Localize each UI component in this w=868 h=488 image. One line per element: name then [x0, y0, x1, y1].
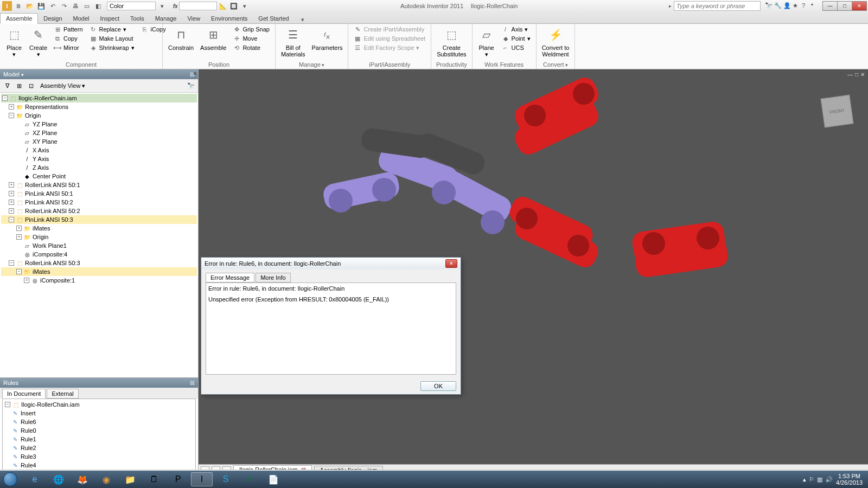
group-manage-title[interactable]: Manage: [279, 60, 344, 69]
tree-node-origin[interactable]: −📁Origin: [1, 111, 197, 120]
move-button[interactable]: ✛Move: [231, 34, 272, 43]
rule-0[interactable]: ✎Rule0: [4, 426, 194, 435]
tree-node-yaxis[interactable]: ·/Y Axis: [1, 155, 197, 163]
key-icon[interactable]: 🔧: [774, 2, 782, 10]
tree-node-workplane1[interactable]: ·▱Work Plane1: [1, 241, 197, 250]
tree-node-xaxis[interactable]: ·/X Axis: [1, 146, 197, 155]
dialog-body[interactable]: Error in rule: Rule6, in document: Ilogi…: [206, 282, 456, 375]
tree-node-pl3[interactable]: −⬚PinLink ANSI 50:3: [1, 215, 197, 224]
new-icon[interactable]: 🗎: [14, 1, 23, 11]
tree-node-imates[interactable]: +📁iMates: [1, 224, 197, 233]
copy-button[interactable]: ⧉Copy: [52, 34, 85, 43]
open-icon[interactable]: 📂: [25, 1, 35, 11]
select-icon[interactable]: ▭: [82, 1, 92, 11]
view-icon[interactable]: ⊡: [26, 81, 36, 91]
chain-link-red-1[interactable]: [513, 75, 605, 145]
color-dropdown-icon[interactable]: ▾: [157, 1, 167, 11]
filter-icon[interactable]: ∇: [2, 81, 12, 91]
taskbar-excel-icon[interactable]: X: [239, 472, 260, 486]
tray-flag-icon[interactable]: ⚐: [809, 476, 814, 483]
rules-tree[interactable]: −⬚Ilogic-RollerChain.iam ✎Insert ✎Rule6 …: [2, 399, 196, 473]
tree-node-icomp4[interactable]: ·◎iComposite:4: [1, 250, 197, 259]
assembly-view-label[interactable]: Assembly View ▾: [40, 82, 85, 89]
convert-weldment-button[interactable]: ⚡Convert to Weldment: [540, 25, 572, 59]
tab-inspect[interactable]: Inspect: [95, 14, 125, 23]
maximize-button[interactable]: □: [837, 1, 852, 11]
place-button[interactable]: ⬚Place▾: [3, 25, 25, 59]
tray-clock[interactable]: 1:53 PM 4/26/2013: [836, 473, 863, 486]
tray-network-icon[interactable]: ▥: [817, 476, 822, 483]
redo-icon[interactable]: ↷: [59, 1, 69, 11]
tree-root[interactable]: −⬚Ilogic-RollerChain.iam: [1, 94, 197, 102]
model-panel-header[interactable]: Model ▾ ☒: [0, 69, 198, 79]
tree-node-icomp1[interactable]: +◎iComposite:1: [1, 276, 197, 285]
measure-icon[interactable]: 📐: [218, 1, 228, 11]
rules-tab-in-document[interactable]: In Document: [2, 389, 46, 399]
tree-node-imates2[interactable]: −📁iMates: [1, 267, 197, 276]
rule-insert[interactable]: ✎Insert: [4, 409, 194, 418]
taskbar-notes-icon[interactable]: 🗒: [143, 472, 165, 486]
tree-node-zaxis[interactable]: ·/Z Axis: [1, 163, 197, 172]
tab-environments[interactable]: Environments: [206, 14, 253, 23]
binoculars-icon[interactable]: 🔭: [186, 81, 196, 91]
minimize-button[interactable]: [822, 1, 838, 11]
tray-up-icon[interactable]: ▴: [803, 476, 806, 483]
viewcube[interactable]: FRONT: [821, 95, 854, 128]
star-icon[interactable]: ★: [793, 2, 800, 10]
tree-node-pl1[interactable]: +⬚PinLink ANSI 50:1: [1, 189, 197, 198]
tree-node-origin2[interactable]: +📁Origin: [1, 233, 197, 241]
panel-close-icon[interactable]: ✕: [193, 70, 197, 76]
ucs-button[interactable]: ⌐UCS: [500, 43, 533, 52]
tree-node-xy[interactable]: ·▱XY Plane: [1, 137, 197, 146]
constrain-button[interactable]: ⊓Constrain: [166, 25, 196, 52]
chain-link-red-3[interactable]: [633, 205, 730, 275]
bom-button[interactable]: ☰Bill of Materials: [279, 25, 308, 59]
dialog-tab-error[interactable]: Error Message: [206, 273, 254, 282]
undo-icon[interactable]: ↶: [48, 1, 58, 11]
dialog-titlebar[interactable]: Error in rule: Rule6, in document: Ilogi…: [201, 258, 461, 269]
vp-minimize-icon[interactable]: —: [847, 72, 853, 78]
ribbon-dropdown-icon[interactable]: ▾: [301, 16, 304, 23]
help-icon[interactable]: ?: [802, 2, 809, 10]
dialog-ok-button[interactable]: OK: [420, 381, 456, 391]
model-tree[interactable]: −⬚Ilogic-RollerChain.iam +📁Representatio…: [0, 93, 198, 377]
tree-node-representations[interactable]: +📁Representations: [1, 102, 197, 111]
taskbar-chrome-icon[interactable]: 🌐: [48, 472, 69, 486]
taskbar-ie-icon[interactable]: e: [24, 472, 46, 486]
pattern-button[interactable]: ⊞Pattern: [52, 25, 85, 34]
taskbar-app-icon[interactable]: ◉: [95, 472, 117, 486]
rule-3[interactable]: ✎Rule3: [4, 452, 194, 461]
rule-1[interactable]: ✎Rule1: [4, 435, 194, 444]
dropdown-icon[interactable]: ▾: [811, 2, 819, 10]
taskbar-explorer-icon[interactable]: 📁: [119, 472, 141, 486]
tab-get-started[interactable]: Get Started: [253, 14, 294, 23]
axis-button[interactable]: /Axis ▾: [500, 25, 533, 34]
tab-manage[interactable]: Manage: [150, 14, 182, 23]
tree-node-rl3[interactable]: −⬚RollerLink ANSI 50:3: [1, 259, 197, 267]
vp-maximize-icon[interactable]: □: [855, 72, 858, 78]
dialog-tab-more-info[interactable]: More Info: [256, 273, 290, 282]
close-button[interactable]: [852, 1, 867, 11]
tree-node-center[interactable]: ·◆Center Point: [1, 172, 197, 181]
dialog-close-button[interactable]: ✕: [445, 259, 457, 268]
taskbar-proe-icon[interactable]: P: [167, 472, 189, 486]
vp-close-icon[interactable]: ✕: [860, 72, 865, 78]
toggle-icon[interactable]: ⊞: [14, 81, 24, 91]
pin-icon[interactable]: ☒: [190, 380, 195, 386]
tab-assemble[interactable]: Assemble: [0, 13, 38, 24]
tree-node-rl2[interactable]: +⬚RollerLink ANSI 50:2: [1, 207, 197, 215]
start-button[interactable]: [0, 471, 21, 488]
tree-node-rl1[interactable]: +⬚RollerLink ANSI 50:1: [1, 181, 197, 189]
rotate-button[interactable]: ⟲Rotate: [231, 43, 272, 52]
parameters-button[interactable]: fₓParameters: [310, 25, 345, 52]
tab-model[interactable]: Model: [68, 14, 95, 23]
rule-4[interactable]: ✎Rule4: [4, 461, 194, 470]
search-input[interactable]: [674, 1, 761, 11]
tree-node-pl2[interactable]: +⬚PinLink ANSI 50:2: [1, 198, 197, 207]
color-selector[interactable]: [107, 2, 156, 10]
tray-volume-icon[interactable]: 🔊: [825, 476, 833, 483]
assemble-button[interactable]: ⊞Assemble: [198, 25, 228, 52]
tab-design[interactable]: Design: [38, 14, 67, 23]
tab-tools[interactable]: Tools: [125, 14, 150, 23]
rule-2[interactable]: ✎Rule2: [4, 444, 194, 452]
